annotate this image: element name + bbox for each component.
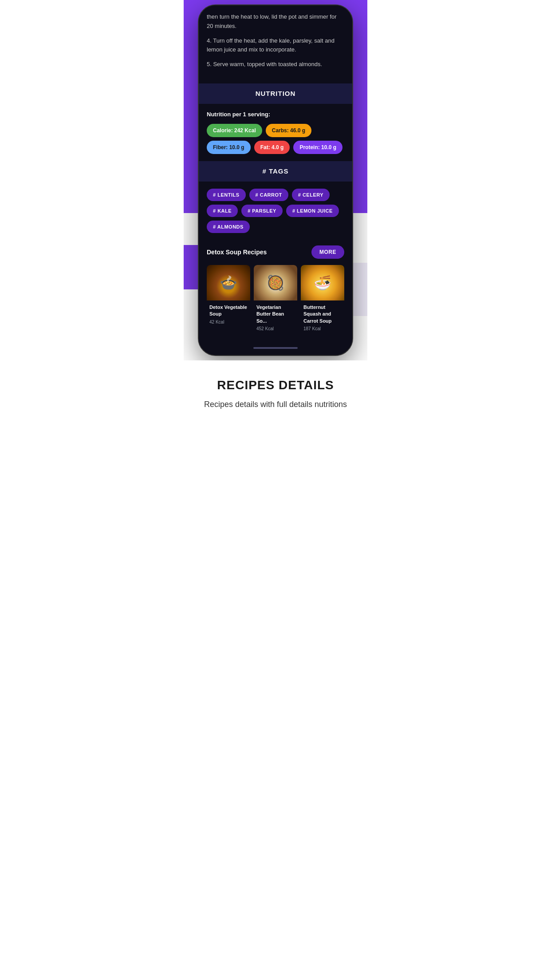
carbs-badge: Carbs: 46.0 g: [266, 124, 311, 137]
page-footer-subtitle: Recipes details with full details nutrit…: [197, 399, 354, 411]
recipe-card-2[interactable]: 🥘 Vegetarian Butter Bean So... 452 Kcal: [254, 265, 297, 334]
tag-kale[interactable]: # KALE: [207, 205, 238, 217]
tag-celery[interactable]: # CELERY: [292, 189, 330, 201]
per-serving-label: Nutrition per 1 serving:: [207, 111, 344, 118]
recipe-cards: 🍲 Detox Vegetable Soup 42 Kcal �: [207, 265, 344, 334]
tag-carrot[interactable]: # CARROT: [249, 189, 288, 201]
recipe-kcal-3: 187 Kcal: [303, 326, 342, 331]
related-header: Detox Soup Recipes MORE: [207, 245, 344, 259]
recipe-kcal-2: 452 Kcal: [256, 326, 295, 331]
nutrition-header: NUTRITION: [199, 83, 352, 104]
tags-header-text: # TAGS: [262, 167, 288, 175]
nutrition-area: Nutrition per 1 serving: Calorie: 242 Kc…: [199, 104, 352, 161]
fat-badge: Fat: 4.0 g: [254, 141, 290, 154]
recipe-info-3: Butternut Squash and Carrot Soup 187 Kca…: [301, 300, 344, 334]
nutrition-badges: Calorie: 242 Kcal Carbs: 46.0 g Fiber: 1…: [207, 124, 344, 154]
home-bar-area: [199, 343, 352, 355]
recipe-kcal-1: 42 Kcal: [209, 320, 248, 324]
tag-almonds[interactable]: # ALMONDS: [207, 221, 250, 233]
recipe-card-1[interactable]: 🍲 Detox Vegetable Soup 42 Kcal: [207, 265, 250, 334]
step3-text: then turn the heat to low, lid the pot a…: [207, 12, 344, 31]
calorie-badge: Calorie: 242 Kcal: [207, 124, 262, 137]
recipe-card-3[interactable]: 🍜 Butternut Squash and Carrot Soup 187 K…: [301, 265, 344, 334]
recipe-info-2: Vegetarian Butter Bean So... 452 Kcal: [254, 300, 297, 334]
related-area: Detox Soup Recipes MORE 🍲 Detox Vegetabl…: [199, 240, 352, 343]
fiber-badge: Fiber: 10.0 g: [207, 141, 251, 154]
nutrition-header-text: NUTRITION: [256, 90, 296, 97]
tag-lentils[interactable]: # LENTILS: [207, 189, 246, 201]
related-title: Detox Soup Recipes: [207, 249, 267, 256]
tags-list: # LENTILS # CARROT # CELERY # KALE # PAR…: [207, 189, 344, 233]
tag-lemon-juice[interactable]: # LEMON JUICE: [286, 205, 339, 217]
home-bar: [253, 347, 298, 349]
tag-parsley[interactable]: # PARSLEY: [241, 205, 283, 217]
recipe-name-3: Butternut Squash and Carrot Soup: [303, 304, 342, 324]
tags-area: # LENTILS # CARROT # CELERY # KALE # PAR…: [199, 182, 352, 240]
recipe-name-2: Vegetarian Butter Bean So...: [256, 304, 295, 324]
recipe-image-2: 🥘: [254, 265, 297, 300]
recipe-name-1: Detox Vegetable Soup: [209, 304, 248, 318]
step5-text: 5. Serve warm, topped with toasted almon…: [207, 60, 344, 69]
step4-text: 4. Turn off the heat, add the kale, pars…: [207, 36, 344, 55]
recipe-image-3: 🍜: [301, 265, 344, 300]
recipe-info-1: Detox Vegetable Soup 42 Kcal: [207, 300, 250, 327]
protein-badge: Protein: 10.0 g: [293, 141, 342, 154]
more-button[interactable]: MORE: [311, 245, 344, 259]
page-footer-title: RECIPES DETAILS: [197, 378, 354, 392]
recipe-image-1: 🍲: [207, 265, 250, 300]
bottom-section: RECIPES DETAILS Recipes details with ful…: [184, 360, 367, 424]
tags-header: # TAGS: [199, 161, 352, 182]
